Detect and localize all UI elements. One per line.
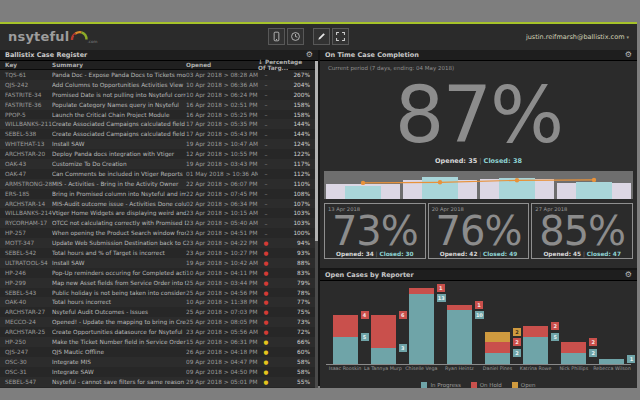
table-row[interactable]: WILLBANKS-214Vtiger Home Widgets are dis… <box>0 208 318 218</box>
clock-button[interactable] <box>287 28 304 45</box>
in-progress-segment[interactable] <box>523 337 548 364</box>
case-key: ARCHSTAR-20 <box>0 151 52 157</box>
edit-button[interactable] <box>313 28 330 45</box>
on-hold-segment[interactable] <box>409 288 434 293</box>
week-stat-box[interactable]: 27 Apr 2018 85% Opened: 45 | Closed: 47 <box>531 203 633 259</box>
table-row[interactable]: WILLBANKS-211Create Associated Campaigns… <box>0 119 318 129</box>
case-opened: 02 Apr 2018 > 06:34 PM <box>186 201 258 207</box>
table-row[interactable]: OAK-47Can Comments be included in Vtiger… <box>0 169 318 179</box>
case-key: OAK-47 <box>0 171 52 177</box>
gear-icon[interactable]: ⚙ <box>625 51 632 59</box>
chevron-down-icon: ▾ <box>626 34 629 40</box>
gear-icon[interactable]: ⚙ <box>625 271 632 279</box>
table-row[interactable]: HP-246Pop-Up reminders occuring for Comp… <box>0 268 318 278</box>
current-percentage: 87% <box>320 71 637 159</box>
case-percentage: 103% <box>274 210 318 216</box>
status-yellow-icon: ● <box>258 379 274 385</box>
table-row[interactable]: OSC-31Integrate SAW09 Apr 2018 > 04:50 P… <box>0 367 318 377</box>
table-row[interactable]: MOTT-347Update Web Submission Destinatio… <box>0 238 318 248</box>
mobile-button[interactable] <box>268 28 285 45</box>
table-row[interactable]: TQS-61Panda Doc - Expose Panda Docs to T… <box>0 70 318 80</box>
table-row[interactable]: RYCORHAM-17OTCC not calculating correctl… <box>0 218 318 228</box>
table-row[interactable]: PPOP-5Launch the Critical Chain Project … <box>0 110 318 120</box>
case-summary: Pop-Up reminders occuring for Completed … <box>52 270 186 276</box>
case-summary: Install SAW <box>52 141 186 147</box>
table-header[interactable]: Key Summary Opened ↓ Percentage Of Targ.… <box>0 61 318 70</box>
in-progress-segment[interactable] <box>447 310 472 364</box>
table-row[interactable]: OAK-43Customize To Do Creation19 Apr 201… <box>0 159 318 169</box>
in-progress-segment[interactable] <box>599 359 624 364</box>
table-row[interactable]: ARCHSTAR-25Create Opportunities datasour… <box>0 327 318 337</box>
on-hold-segment[interactable] <box>447 305 472 310</box>
table-row[interactable]: OSC-30Integrate MIS09 Apr 2018 > 04:47 P… <box>0 357 318 367</box>
case-key: PPOP-5 <box>0 112 52 118</box>
case-opened: 03 Apr 2018 > 08:28 AM <box>186 72 258 78</box>
legend-item[interactable]: Open <box>512 382 536 388</box>
case-summary: Customize To Do Creation <box>52 161 186 167</box>
trend-line <box>324 171 633 199</box>
table-row[interactable]: QJS-242Add Columns to Opportunities Acti… <box>0 80 318 90</box>
table-row[interactable]: HP-250Make the Ticket Number field in Se… <box>0 337 318 347</box>
case-opened: 23 Apr 2018 > 04:51 PM <box>186 230 258 236</box>
in-progress-segment[interactable] <box>409 294 434 364</box>
fullscreen-button[interactable] <box>332 28 349 45</box>
in-progress-segment[interactable] <box>333 337 358 364</box>
table-row[interactable]: ARCHSTAR-14MIS-Audit outcome issue - Act… <box>0 199 318 209</box>
table-row[interactable]: HP-257When opening the Product Search wi… <box>0 228 318 238</box>
segment-count-badge: 2 <box>513 328 521 336</box>
scrollbar-thumb[interactable] <box>315 61 318 241</box>
on-hold-segment[interactable] <box>561 342 586 353</box>
table-row[interactable]: WHITEHAT-13Install SAW19 Apr 2018 > 10:4… <box>0 139 318 149</box>
column-opened[interactable]: Opened <box>186 62 258 68</box>
table-row[interactable]: SEBEL-538Create Associated Campaigns cal… <box>0 129 318 139</box>
gear-icon[interactable]: ⚙ <box>306 51 313 59</box>
case-summary: Total hours and % of Target is incorrect <box>52 250 186 256</box>
case-opened: 17 Apr 2018 > 05:43 PM <box>186 131 258 137</box>
reporter-bar-chart[interactable]: 45Isaac Rooskin63La Tannya Murphy113Chis… <box>326 284 631 378</box>
week-stat-box[interactable]: 20 Apr 2018 76% Opened: 42 | Closed: 49 <box>428 203 530 259</box>
table-row[interactable]: ARMSTRONG-285MIS - Activities - Bring in… <box>0 179 318 189</box>
legend-item[interactable]: In Progress <box>421 382 460 388</box>
table-row[interactable]: ARCHSTAR-27Nsyteful Audit Outcomes - Iss… <box>0 307 318 317</box>
table-row[interactable]: ULTRATOOL-54Install SAW19 Apr 2018 > 10:… <box>0 258 318 268</box>
app-logo[interactable]: nsyteful .com <box>8 29 97 44</box>
table-row[interactable]: FASTRITE-34Promised Date is not pulling … <box>0 90 318 100</box>
column-summary[interactable]: Summary <box>52 62 186 68</box>
open-segment[interactable] <box>485 332 510 343</box>
table-scrollbar[interactable] <box>315 61 318 388</box>
column-percentage[interactable]: ↓ Percentage Of Targ... <box>258 59 318 71</box>
week-stats-row: 13 Apr 2018 73% Opened: 34 | Closed: 30 … <box>323 203 634 259</box>
week-stat-box[interactable]: 13 Apr 2018 73% Opened: 34 | Closed: 30 <box>324 203 426 259</box>
table-row[interactable]: MECCO-24Opened! - Update the mapping to … <box>0 317 318 327</box>
case-opened: 17 Apr 2018 > 05:35 PM <box>186 121 258 127</box>
case-opened: 23 Apr 2018 > 04:22 PM <box>186 240 258 246</box>
status-none-icon: – <box>258 180 274 187</box>
user-menu[interactable]: justin.reifmarsh@ballistix.com▾ <box>526 33 629 41</box>
column-key[interactable]: Key <box>0 62 52 68</box>
table-row[interactable]: ERS-185Bring in Promised column into Nsy… <box>0 189 318 199</box>
table-row[interactable]: QJS-247QJS Mautic Offline26 Apr 2018 > 0… <box>0 347 318 357</box>
table-row[interactable]: OAK-40Total hours incorrect10 Apr 2018 >… <box>0 297 318 307</box>
status-yellow-icon: ● <box>258 359 274 365</box>
case-opened: 09 Apr 2018 > 04:50 PM <box>186 369 258 375</box>
top-bar: nsyteful .com <box>0 24 637 50</box>
table-row[interactable]: SEBEL-543Public holiday is not being tak… <box>0 288 318 298</box>
case-percentage: 93% <box>274 250 318 256</box>
week-percentage: 73% <box>325 212 425 250</box>
legend-item[interactable]: On Hold <box>471 382 502 388</box>
status-red-icon: ● <box>258 299 274 305</box>
in-progress-segment[interactable] <box>371 348 396 364</box>
table-row[interactable]: ARCHSTAR-20Deploy Panda docs integration… <box>0 149 318 159</box>
table-row[interactable]: SEBEL-542Total hours and % of Target is … <box>0 248 318 258</box>
in-progress-segment[interactable] <box>485 353 510 364</box>
on-hold-segment[interactable] <box>523 326 548 337</box>
on-hold-segment[interactable] <box>485 342 510 353</box>
on-hold-segment[interactable] <box>371 315 396 347</box>
on-hold-segment[interactable] <box>333 315 358 337</box>
table-row[interactable]: HP-299Map new Asset fields from Service … <box>0 278 318 288</box>
weekly-mini-chart[interactable] <box>324 171 633 199</box>
case-percentage: 158% <box>274 102 318 108</box>
table-row[interactable]: FASTRITE-36Populate Category Names query… <box>0 100 318 110</box>
table-row[interactable]: SEBEL-547Nsyteful - cannot save filters … <box>0 377 318 387</box>
in-progress-segment[interactable] <box>561 353 586 364</box>
